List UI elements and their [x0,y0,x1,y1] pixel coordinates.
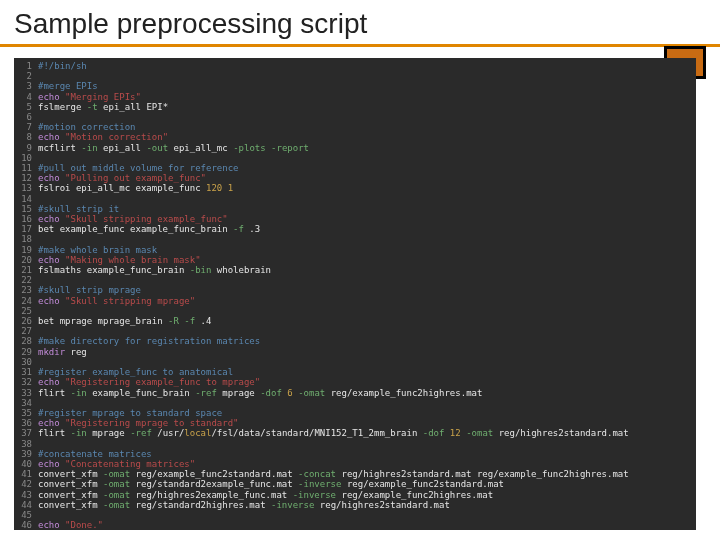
line-content [38,510,696,520]
code-line: 41convert_xfm -omat reg/example_func2sta… [14,469,696,479]
line-content: echo "Pulling out example_func" [38,173,696,183]
code-line: 9mcflirt -in epi_all -out epi_all_mc -pl… [14,143,696,153]
code-line: 34 [14,398,696,408]
line-content: convert_xfm -omat reg/standard2highres.m… [38,500,696,510]
line-content: echo "Skull stripping example_func" [38,214,696,224]
line-number: 33 [14,388,38,398]
line-content: echo "Done." [38,520,696,530]
line-number: 43 [14,490,38,500]
line-content: echo "Motion correction" [38,132,696,142]
code-line: 23#skull strip mprage [14,285,696,295]
code-line: 32echo "Registering example_func to mpra… [14,377,696,387]
line-content: bet example_func example_func_brain -f .… [38,224,696,234]
line-content: #pull out middle volume for reference [38,163,696,173]
code-line: 18 [14,234,696,244]
line-content: flirt -in mprage -ref /usr/local/fsl/dat… [38,428,696,438]
code-line: 21fslmaths example_func_brain -bin whole… [14,265,696,275]
code-line: 8echo "Motion correction" [14,132,696,142]
line-content [38,153,696,163]
code-block: 1#!/bin/sh23#merge EPIs4echo "Merging EP… [14,58,696,530]
line-content: mkdir reg [38,347,696,357]
code-line: 13fslroi epi_all_mc example_func 120 1 [14,183,696,193]
code-line: 28#make directory for registration matri… [14,336,696,346]
line-number: 17 [14,224,38,234]
line-content [38,194,696,204]
line-number: 15 [14,204,38,214]
line-number: 36 [14,418,38,428]
line-content: echo "Merging EPIs" [38,92,696,102]
code-line: 25 [14,306,696,316]
line-number: 7 [14,122,38,132]
code-line: 6 [14,112,696,122]
line-content: #register mprage to standard space [38,408,696,418]
line-content: echo "Registering mprage to standard" [38,418,696,428]
code-line: 10 [14,153,696,163]
code-line: 42convert_xfm -omat reg/standard2example… [14,479,696,489]
line-number: 20 [14,255,38,265]
line-number: 34 [14,398,38,408]
line-content: echo "Concatenating matrices" [38,459,696,469]
line-content [38,398,696,408]
line-number: 32 [14,377,38,387]
line-content: fslmerge -t epi_all EPI* [38,102,696,112]
line-number: 31 [14,367,38,377]
line-content: #merge EPIs [38,81,696,91]
line-number: 10 [14,153,38,163]
code-line: 16echo "Skull stripping example_func" [14,214,696,224]
line-number: 19 [14,245,38,255]
line-number: 29 [14,347,38,357]
line-number: 38 [14,439,38,449]
line-content: convert_xfm -omat reg/highres2example_fu… [38,490,696,500]
code-line: 11#pull out middle volume for reference [14,163,696,173]
code-line: 17bet example_func example_func_brain -f… [14,224,696,234]
line-content: #motion correction [38,122,696,132]
line-content: #concatenate matrices [38,449,696,459]
line-number: 35 [14,408,38,418]
code-line: 38 [14,439,696,449]
line-number: 22 [14,275,38,285]
line-number: 27 [14,326,38,336]
code-line: 29mkdir reg [14,347,696,357]
line-content: #register example_func to anatomical [38,367,696,377]
code-line: 27 [14,326,696,336]
slide: Sample preprocessing script 1#!/bin/sh23… [0,0,720,540]
line-number: 39 [14,449,38,459]
code-line: 15#skull strip it [14,204,696,214]
line-number: 11 [14,163,38,173]
line-content: fslmaths example_func_brain -bin wholebr… [38,265,696,275]
code-line: 7#motion correction [14,122,696,132]
line-number: 1 [14,61,38,71]
line-number: 3 [14,81,38,91]
line-number: 6 [14,112,38,122]
code-line: 40echo "Concatenating matrices" [14,459,696,469]
code-line: 5fslmerge -t epi_all EPI* [14,102,696,112]
line-content [38,326,696,336]
code-line: 26bet mprage mprage_brain -R -f .4 [14,316,696,326]
line-number: 41 [14,469,38,479]
line-number: 21 [14,265,38,275]
slide-title: Sample preprocessing script [0,0,720,47]
code-line: 35#register mprage to standard space [14,408,696,418]
line-number: 42 [14,479,38,489]
line-number: 44 [14,500,38,510]
code-line: 44convert_xfm -omat reg/standard2highres… [14,500,696,510]
line-content: convert_xfm -omat reg/example_func2stand… [38,469,696,479]
code-line: 20echo "Making whole brain mask" [14,255,696,265]
code-line: 43convert_xfm -omat reg/highres2example_… [14,490,696,500]
line-content: #!/bin/sh [38,61,696,71]
line-content: flirt -in example_func_brain -ref mprage… [38,388,696,398]
line-content: mcflirt -in epi_all -out epi_all_mc -plo… [38,143,696,153]
line-content: echo "Registering example_func to mprage… [38,377,696,387]
line-content: #skull strip mprage [38,285,696,295]
line-content [38,357,696,367]
line-content: #make directory for registration matrice… [38,336,696,346]
line-content [38,439,696,449]
code-line: 39#concatenate matrices [14,449,696,459]
line-number: 12 [14,173,38,183]
line-number: 28 [14,336,38,346]
code-line: 46echo "Done." [14,520,696,530]
line-content [38,112,696,122]
line-number: 13 [14,183,38,193]
line-content [38,71,696,81]
code-line: 36echo "Registering mprage to standard" [14,418,696,428]
